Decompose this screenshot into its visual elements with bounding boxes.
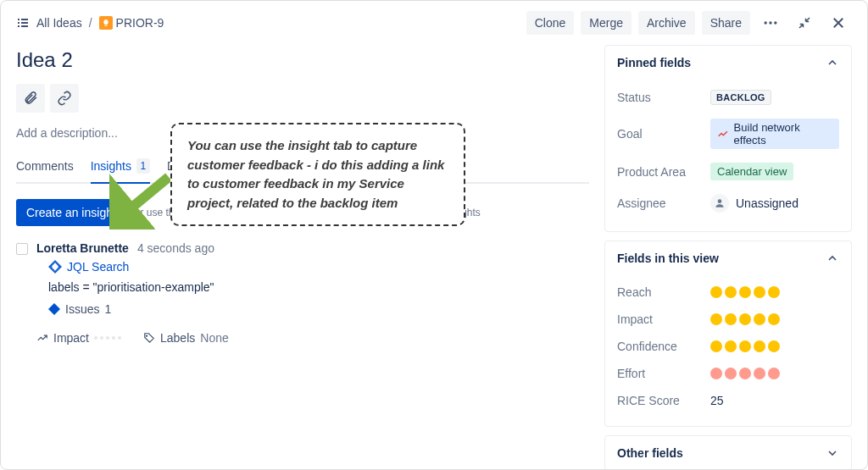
annotation-arrow-icon — [109, 170, 177, 229]
chevron-down-icon — [826, 446, 839, 460]
labels-field[interactable]: Labels None — [143, 331, 229, 345]
issue-key[interactable]: PRIOR-9 — [99, 16, 164, 30]
insight-author: Loretta Brunette — [36, 241, 129, 255]
pinned-fields-panel: Pinned fields Status BACKLOG Goal Build … — [604, 45, 852, 232]
product-area-field[interactable]: Product Area Calendar view — [617, 156, 839, 187]
list-icon[interactable] — [16, 16, 30, 30]
impact-field[interactable]: Impact — [36, 331, 121, 345]
issues-count-row: Issues 1 — [36, 302, 589, 316]
goal-field[interactable]: Goal Build network effects — [617, 112, 839, 156]
insight-checkbox[interactable] — [16, 243, 28, 255]
avatar — [710, 194, 729, 213]
rating-dots — [710, 313, 839, 325]
view-fields-panel: Fields in this view Reach Impact Confide… — [604, 241, 852, 427]
svg-point-7 — [769, 21, 771, 24]
product-area-chip: Calendar view — [710, 163, 793, 180]
rating-dots — [710, 368, 839, 379]
pinned-fields-header[interactable]: Pinned fields — [605, 46, 851, 80]
other-fields-header[interactable]: Other fields — [605, 436, 851, 470]
jql-query-text: labels = "prioritisation-example" — [36, 280, 589, 294]
link-button[interactable] — [50, 84, 79, 113]
svg-rect-1 — [21, 19, 28, 20]
svg-rect-5 — [21, 25, 28, 27]
insight-item: Loretta Brunette 4 seconds ago JQL Searc… — [16, 241, 589, 345]
breadcrumb: All Ideas / PRIOR-9 — [16, 16, 164, 30]
attachment-button[interactable] — [16, 84, 45, 113]
breadcrumb-separator: / — [89, 16, 92, 30]
view-fields-header[interactable]: Fields in this view — [605, 241, 851, 275]
jira-icon — [48, 260, 62, 274]
clone-button[interactable]: Clone — [526, 11, 575, 35]
annotation-callout: You can use the insight tab to capture c… — [170, 123, 465, 226]
svg-point-8 — [774, 21, 776, 24]
rice-score-field[interactable]: RICE Score 25 — [617, 387, 839, 414]
impact-field[interactable]: Impact — [617, 306, 839, 333]
rating-dots — [710, 286, 839, 298]
reach-field[interactable]: Reach — [617, 279, 839, 306]
jql-search-link[interactable]: JQL Search — [36, 260, 589, 274]
chevron-up-icon — [826, 56, 839, 69]
status-field[interactable]: Status BACKLOG — [617, 83, 839, 112]
svg-rect-2 — [18, 22, 19, 24]
chevron-up-icon — [826, 252, 839, 265]
svg-line-9 — [120, 177, 169, 218]
more-actions-button[interactable] — [757, 9, 784, 36]
svg-rect-3 — [21, 22, 28, 24]
close-button[interactable] — [825, 9, 852, 36]
other-fields-panel: Other fields — [604, 435, 852, 470]
svg-rect-0 — [18, 19, 19, 20]
tab-comments[interactable]: Comments — [16, 158, 74, 182]
idea-type-icon — [99, 16, 113, 30]
goal-chip: Build network effects — [710, 119, 839, 149]
page-title[interactable]: Idea 2 — [16, 48, 589, 72]
svg-rect-4 — [18, 25, 19, 27]
confidence-field[interactable]: Confidence — [617, 333, 839, 360]
merge-button[interactable]: Merge — [581, 11, 632, 35]
effort-field[interactable]: Effort — [617, 360, 839, 387]
jira-icon — [48, 303, 60, 315]
archive-button[interactable]: Archive — [638, 11, 695, 35]
breadcrumb-parent[interactable]: All Ideas — [36, 16, 82, 30]
trend-icon — [36, 332, 48, 344]
svg-point-6 — [765, 21, 767, 24]
rating-dots — [710, 340, 839, 352]
insight-time: 4 seconds ago — [137, 241, 214, 255]
assignee-field[interactable]: Assignee Unassigned — [617, 187, 839, 219]
status-badge: BACKLOG — [710, 90, 771, 105]
svg-point-10 — [718, 199, 722, 203]
trend-icon — [717, 128, 729, 140]
tag-icon — [143, 332, 155, 344]
share-button[interactable]: Share — [702, 11, 750, 35]
collapse-button[interactable] — [791, 9, 818, 36]
